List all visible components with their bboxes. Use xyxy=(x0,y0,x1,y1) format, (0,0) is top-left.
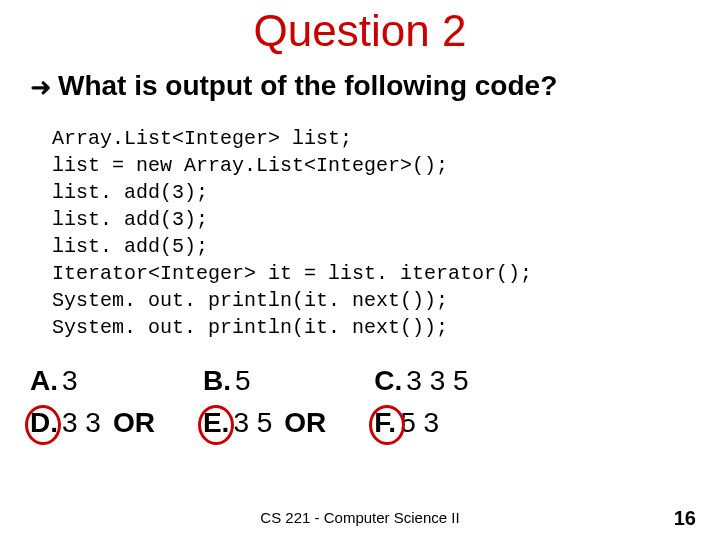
choices-col-3: C. 3 3 5 F. 5 3 xyxy=(374,365,468,439)
choice-b-value: 5 xyxy=(235,365,251,397)
choices-container: A. 3 D. 3 3 OR B. 5 E. 3 5 OR C. 3 3 5 F… xyxy=(0,365,720,439)
choices-col-2: B. 5 E. 3 5 OR xyxy=(203,365,326,439)
choice-e-label: E. xyxy=(203,407,229,439)
prompt-text: What is output of the following code? xyxy=(58,70,557,102)
choice-a-label: A. xyxy=(30,365,58,397)
choice-b: B. 5 xyxy=(203,365,326,397)
choice-c-label: C. xyxy=(374,365,402,397)
choice-a: A. 3 xyxy=(30,365,155,397)
choice-b-label: B. xyxy=(203,365,231,397)
choice-e-or: OR xyxy=(284,407,326,439)
code-block: Array.List<Integer> list; list = new Arr… xyxy=(52,125,720,341)
choice-f-label: F. xyxy=(374,407,396,439)
choice-c-value: 3 3 5 xyxy=(406,365,468,397)
choice-d: D. 3 3 OR xyxy=(30,407,155,439)
choice-d-or: OR xyxy=(113,407,155,439)
choice-e-value: 3 5 xyxy=(233,407,272,439)
slide-title: Question 2 xyxy=(0,0,720,56)
footer-text: CS 221 - Computer Science II xyxy=(0,509,720,526)
page-number: 16 xyxy=(674,507,696,530)
choice-d-label: D. xyxy=(30,407,58,439)
choice-f-value: 5 3 xyxy=(400,407,439,439)
choice-a-value: 3 xyxy=(62,365,78,397)
choice-d-value: 3 3 xyxy=(62,407,101,439)
prompt-row: ➜ What is output of the following code? xyxy=(0,70,720,103)
bullet-icon: ➜ xyxy=(30,72,52,103)
choice-e: E. 3 5 OR xyxy=(203,407,326,439)
choices-col-1: A. 3 D. 3 3 OR xyxy=(30,365,155,439)
choice-f: F. 5 3 xyxy=(374,407,468,439)
choice-c: C. 3 3 5 xyxy=(374,365,468,397)
